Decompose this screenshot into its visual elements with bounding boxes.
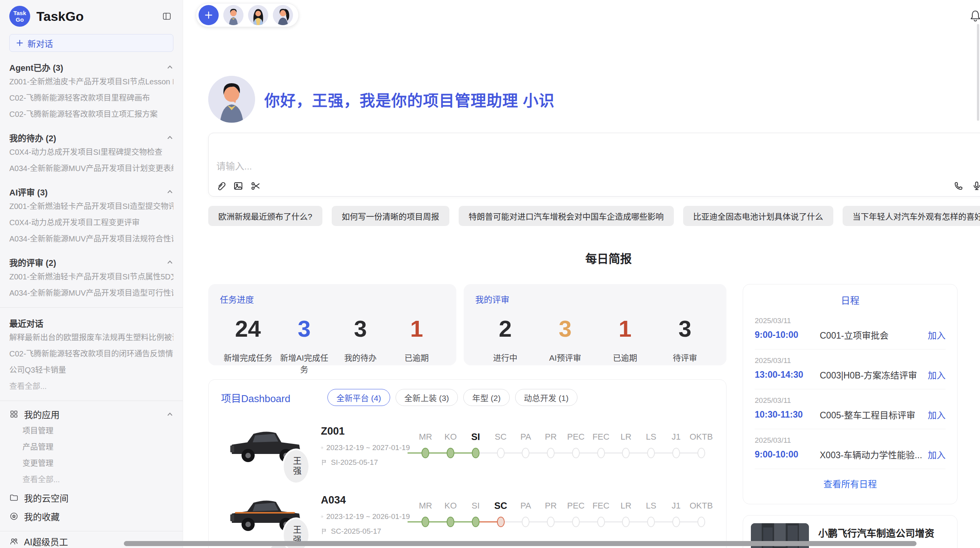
milestone-dot [672, 517, 680, 527]
agent-avatar-2[interactable] [248, 5, 268, 25]
attachment-icon[interactable] [215, 180, 226, 192]
sidebar-item[interactable]: Z001-全新燃油轻卡产品开发项目SI节点属性5D文件评审 [9, 269, 173, 285]
milestone-dot [572, 448, 580, 458]
project-row[interactable]: 王强 A034 2023-12-19 ~ 2026-01-19 SC-2025-… [221, 486, 714, 544]
news-title: 小鹏飞行汽车制造公司增资 [818, 526, 949, 539]
sidebar-item[interactable]: C02-飞腾新能源轻客改款项目的闭环通告反馈情况 [9, 346, 173, 362]
screenshot-scissors-icon[interactable] [250, 180, 261, 192]
join-meeting-link[interactable]: 加入 [928, 328, 946, 341]
sidebar-item-product-mgmt[interactable]: 产品管理 [22, 439, 173, 455]
horizontal-scrollbar[interactable] [124, 541, 917, 546]
dashboard-filters: 全新平台 (4) 全新上装 (3) 年型 (2) 动总开发 (1) [327, 389, 577, 406]
project-next-milestone: SC-2025-05-17 [321, 527, 410, 536]
stats-row: 任务进度 24 新增完成任务 3 新增AI完成任务 3 我的待办 [208, 284, 726, 365]
sidebar-item[interactable]: C0X4-动力总成开发项目工程变更评审 [9, 214, 173, 231]
sidebar-item-favorites[interactable]: 我的收藏 [9, 508, 173, 525]
divider [0, 307, 183, 308]
star-badge-icon [9, 512, 19, 521]
suggestion-chips: 欧洲新规最近颁布了什么? 如何写一份清晰的项目周报 特朗普可能对进口汽车增税会对… [208, 206, 980, 226]
daily-brief-header: 每日简报 [208, 250, 980, 265]
sidebar-item[interactable]: Z001-全新燃油皮卡产品开发项目SI节点Lesson Learn报告 [9, 74, 173, 90]
sidebar-group-my-todo[interactable]: 我的待办 (2) [9, 131, 173, 144]
join-meeting-link[interactable]: 加入 [928, 368, 946, 381]
sidebar-group-recent-chats[interactable]: 最近对话 [9, 316, 173, 329]
milestone-dot [647, 448, 655, 458]
sidebar-item[interactable]: C0X4-动力总成开发项目SI里程碑提交物检查 [9, 144, 173, 160]
sidebar-item[interactable]: A034-全新新能源MUV产品开发项目计划变更表编写 [9, 160, 173, 176]
flag-icon [321, 459, 328, 466]
chat-input[interactable] [209, 133, 980, 179]
sidebar-item[interactable]: 解释最新出台的欧盟报废车法规再生塑料比例被调至15%... [9, 329, 173, 346]
sidebar-item-project-mgmt[interactable]: 项目管理 [22, 423, 173, 439]
task-progress-card: 任务进度 24 新增完成任务 3 新增AI完成任务 3 我的待办 [208, 284, 456, 365]
stat: 1 已逾期 [595, 317, 655, 363]
milestone-dot-overdue [497, 517, 505, 527]
filter-chip[interactable]: 全新上装 (3) [396, 389, 458, 406]
filter-chip[interactable]: 动总开发 (1) [515, 389, 578, 406]
schedule-title: 日程 [755, 293, 946, 307]
sidebar-item-my-apps[interactable]: 我的应用 [9, 406, 173, 423]
card-title: 任务进度 [220, 293, 445, 305]
milestone-dot [547, 517, 555, 527]
suggestion-chip[interactable]: 比亚迪全固态电池计划具体说了什么 [683, 206, 833, 226]
chevron-up-icon [166, 412, 173, 416]
suggestion-chip[interactable]: 如何写一份清晰的项目周报 [332, 206, 449, 226]
sidebar-item[interactable]: 公司Q3轻卡销量 [9, 362, 173, 378]
plus-icon [204, 10, 213, 20]
filter-chip-active[interactable]: 全新平台 (4) [327, 389, 390, 406]
new-chat-button[interactable]: 新对话 [9, 34, 173, 52]
sidebar-item[interactable]: C02-飞腾新能源轻客改款项目立项汇报方案 [9, 106, 173, 122]
notification-bell-icon[interactable] [969, 9, 980, 22]
project-dates: 2023-12-19 ~ 2026-01-19 [321, 512, 410, 521]
header: 王强 [208, 0, 980, 28]
sidebar-item[interactable]: Z001-全新燃油轻卡产品开发项目SI造型提交物评审 [9, 198, 173, 214]
join-meeting-link[interactable]: 加入 [928, 408, 946, 421]
project-next-milestone: SI-2025-05-17 [321, 458, 410, 467]
header-right: 王强 [969, 6, 980, 24]
composer [208, 133, 980, 197]
agent-switcher [196, 3, 299, 27]
suggestion-chip[interactable]: 当下年轻人对汽车外观有怎样的喜好趋势 [843, 206, 980, 226]
sidebar-item[interactable]: A034-全新新能源MUV产品开发项目法规符合性评审 [9, 231, 173, 247]
sidebar-view-all-apps[interactable]: 查看全部... [22, 471, 173, 488]
suggestion-chip[interactable]: 特朗普可能对进口汽车增税会对中国车企造成哪些影响 [459, 206, 674, 226]
microphone-icon[interactable] [971, 180, 980, 192]
milestone-dot [672, 448, 680, 458]
vertical-scrollbar[interactable] [977, 24, 979, 121]
milestone-dot [522, 448, 529, 458]
project-vehicle-image: 王强 [227, 490, 305, 540]
project-row[interactable]: 王强 Z001 2023-12-19 ~ 2027-01-19 SI-2025-… [221, 417, 714, 475]
milestone-dot [697, 448, 705, 458]
sidebar-group-ai-review[interactable]: AI评审 (3) [9, 185, 173, 198]
view-all-schedule-link[interactable]: 查看所有日程 [755, 469, 946, 498]
sidebar-group-agent-done[interactable]: Agent已办 (3) [9, 60, 173, 74]
sidebar-view-all-chats[interactable]: 查看全部... [9, 378, 173, 394]
filter-chip[interactable]: 年型 (2) [463, 389, 510, 406]
agent-avatar-1[interactable] [223, 5, 243, 25]
suggestion-chip[interactable]: 欧洲新规最近颁布了什么? [208, 206, 322, 226]
sidebar-item[interactable]: C02-飞腾新能源轻客改款项目里程碑画布 [9, 90, 173, 106]
clock-icon [321, 444, 323, 451]
add-agent-button[interactable] [199, 5, 219, 25]
sidebar-collapse-icon[interactable] [160, 10, 173, 23]
main-area: 王强 你好，王强，我是你的项目管理助理 小识 [183, 0, 980, 548]
join-meeting-link[interactable]: 加入 [928, 448, 946, 461]
sidebar-item-cloud-space[interactable]: 我的云空间 [9, 489, 173, 506]
milestone-dot [497, 448, 505, 458]
agent-avatar-3[interactable] [273, 5, 293, 25]
stat: 3 新增AI完成任务 [276, 317, 332, 375]
app-name: TaskGo [36, 9, 160, 24]
sidebar-group-my-review[interactable]: 我的评审 (2) [9, 255, 173, 269]
voice-call-icon[interactable] [953, 180, 965, 192]
stat: 3 AI预评审 [535, 317, 595, 363]
sidebar-item[interactable]: A034-全新新能源MUV产品开发项目造型可行性评审 [9, 285, 173, 301]
stat: 3 我的待办 [332, 317, 389, 375]
sidebar-item-change-mgmt[interactable]: 变更管理 [22, 455, 173, 471]
milestone-dot [647, 517, 655, 527]
project-vehicle-image: 王强 [227, 421, 305, 471]
schedule-item: 2025/03/11 13:00-14:30 C003|H0B-方案冻结评审 加… [755, 349, 946, 389]
image-upload-icon[interactable] [232, 180, 244, 192]
flag-icon [321, 528, 328, 535]
news-body: 天眼查 App 显示，近日广州汇天飞行汽... [818, 546, 949, 548]
milestone-dot-done [447, 517, 454, 527]
